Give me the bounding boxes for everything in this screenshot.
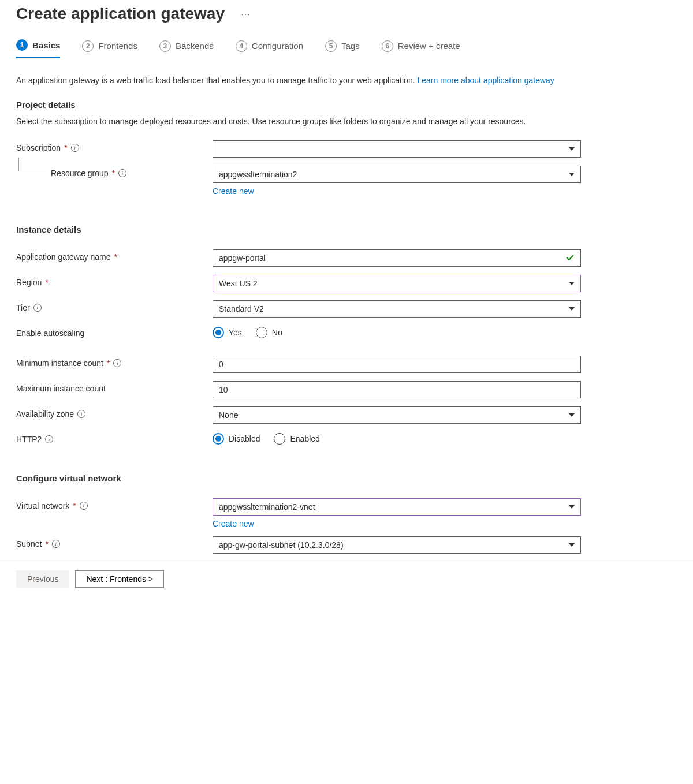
learn-more-link[interactable]: Learn more about application gateway [417,76,554,85]
info-icon[interactable]: i [45,435,53,443]
subnet-label: Subnet * i [16,536,213,548]
radio-icon [274,433,285,445]
required-star: * [45,539,48,548]
tab-badge: 1 [16,39,28,51]
max-instance-label: Maximum instance count [16,381,213,393]
required-star: * [107,359,110,368]
tab-label: Review + create [398,41,460,51]
radio-label: No [272,328,282,337]
footer-bar: Previous Next : Frontends > [0,562,693,596]
tab-label: Backends [176,41,214,51]
subscription-label: Subscription * i [16,140,213,152]
info-icon[interactable]: i [33,304,42,312]
tab-label: Tags [341,41,360,51]
more-actions-button[interactable]: ⋯ [241,9,251,20]
region-label: Region * [16,275,213,287]
tab-frontends[interactable]: 2 Frontends [82,39,137,58]
info-icon[interactable]: i [80,502,88,510]
http2-disabled-radio[interactable]: Disabled [213,433,260,445]
info-icon[interactable]: i [52,540,60,548]
subscription-dropdown[interactable] [213,140,581,158]
availability-zone-dropdown[interactable]: None [213,406,581,424]
tab-badge: 3 [159,40,171,52]
min-instance-input[interactable]: 0 [213,356,581,373]
max-instance-input[interactable]: 10 [213,381,581,398]
http2-label: HTTP2 i [16,432,213,444]
required-star: * [45,278,48,287]
availability-zone-label: Availability zone i [16,406,213,419]
autoscale-label: Enable autoscaling [16,326,213,338]
info-icon[interactable]: i [71,144,79,152]
tab-badge: 5 [325,40,337,52]
tier-dropdown[interactable]: Standard V2 [213,300,581,318]
required-star: * [112,169,115,178]
min-instance-label: Minimum instance count * i [16,356,213,368]
tab-label: Configuration [252,41,303,51]
resource-group-label: Resource group * i [16,166,213,178]
page-title: Create application gateway [16,5,225,23]
tab-configuration[interactable]: 4 Configuration [236,39,303,58]
appgw-name-label: Application gateway name * [16,249,213,262]
tab-badge: 6 [382,40,393,52]
description-text: An application gateway is a web traffic … [16,74,677,86]
info-icon[interactable]: i [113,359,121,367]
region-dropdown[interactable]: West US 2 [213,275,581,292]
tab-tags[interactable]: 5 Tags [325,39,360,58]
section-heading-vnet: Configure virtual network [16,473,677,483]
section-text-project: Select the subscription to manage deploy… [16,115,677,127]
create-new-vnet-link[interactable]: Create new [213,519,254,528]
required-star: * [73,501,76,510]
appgw-name-input[interactable]: appgw-portal [213,249,581,267]
info-icon[interactable]: i [118,169,126,177]
tier-label: Tier i [16,300,213,312]
previous-button: Previous [16,570,69,588]
radio-label: Yes [229,328,242,337]
radio-icon [256,327,267,338]
resource-group-dropdown[interactable]: appgwssltermination2 [213,166,581,183]
create-new-resource-group-link[interactable]: Create new [213,186,254,196]
tab-badge: 2 [82,40,94,52]
radio-icon [213,327,224,338]
tab-label: Frontends [98,41,137,51]
tab-backends[interactable]: 3 Backends [159,39,214,58]
radio-label: Enabled [290,434,319,443]
autoscale-no-radio[interactable]: No [256,327,282,338]
vnet-label: Virtual network * i [16,498,213,510]
required-star: * [64,143,67,152]
section-heading-instance: Instance details [16,225,677,234]
indent-line-icon [18,158,46,171]
radio-label: Disabled [229,434,260,443]
autoscale-yes-radio[interactable]: Yes [213,327,242,338]
tab-basics[interactable]: 1 Basics [16,39,60,58]
tab-review-create[interactable]: 6 Review + create [382,39,460,58]
tab-badge: 4 [236,40,247,52]
info-icon[interactable]: i [77,410,85,418]
vnet-dropdown[interactable]: appgwssltermination2-vnet [213,498,581,516]
section-heading-project: Project details [16,100,677,110]
wizard-tabs: 1 Basics 2 Frontends 3 Backends 4 Config… [16,39,677,58]
radio-icon [213,433,224,445]
http2-enabled-radio[interactable]: Enabled [274,433,319,445]
subnet-dropdown[interactable]: app-gw-portal-subnet (10.2.3.0/28) [213,536,581,554]
next-button[interactable]: Next : Frontends > [75,570,164,588]
tab-label: Basics [32,40,60,50]
required-star: * [114,252,117,262]
